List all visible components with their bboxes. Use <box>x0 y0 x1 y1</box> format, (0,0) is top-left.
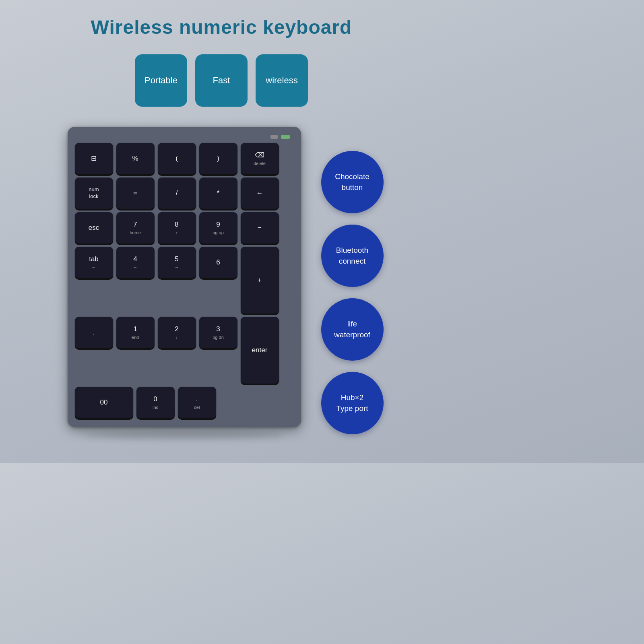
feature-badges-container: Portable Fast wireless <box>135 54 308 107</box>
feature-hub: Hub×2Type port <box>321 372 384 434</box>
key-numlock[interactable]: numlock <box>75 178 113 209</box>
key-comma[interactable]: , <box>75 317 113 348</box>
key-row-4: tab ← 4 ← 5 → 6 + <box>75 247 294 314</box>
key-9[interactable]: 9 pg up <box>199 212 237 244</box>
key-8[interactable]: 8 ↑ <box>158 212 196 244</box>
key-enter[interactable]: enter <box>241 317 279 384</box>
key-divide[interactable]: / <box>158 178 196 209</box>
keyboard-indicators <box>75 135 294 139</box>
key-00[interactable]: 00 <box>75 387 133 418</box>
badge-fast: Fast <box>195 54 248 107</box>
key-close-paren[interactable]: ) <box>199 143 237 174</box>
key-6[interactable]: 6 <box>199 247 237 278</box>
key-plus[interactable]: + <box>241 247 279 314</box>
indicator-battery <box>281 135 290 139</box>
key-2[interactable]: 2 ↓ <box>158 317 196 348</box>
key-dot[interactable]: . del <box>178 387 216 418</box>
key-multiply[interactable]: * <box>199 178 237 209</box>
features-right: Chocolatebutton Bluetoothconnect lifewat… <box>321 127 384 434</box>
keyboard-shadow <box>84 431 285 439</box>
keyboard-rows: ⊟ % ( ) ⌫ delete <box>75 143 294 418</box>
key-4[interactable]: 4 ← <box>116 247 155 278</box>
feature-bluetooth: Bluetoothconnect <box>321 225 384 287</box>
badge-wireless: wireless <box>256 54 308 107</box>
indicator-light-1 <box>270 135 278 139</box>
feature-waterproof: lifewaterproof <box>321 298 384 361</box>
key-row-6: 00 0 ins . del <box>75 387 294 418</box>
key-tab[interactable]: tab ← <box>75 247 113 278</box>
key-row-1: ⊟ % ( ) ⌫ delete <box>75 143 294 174</box>
key-esc[interactable]: esc <box>75 212 113 244</box>
key-3[interactable]: 3 pg dn <box>199 317 237 348</box>
main-content: ⊟ % ( ) ⌫ delete <box>8 127 435 439</box>
key-5[interactable]: 5 → <box>158 247 196 278</box>
key-minus[interactable]: − <box>241 212 279 244</box>
key-row-5: , 1 end 2 ↓ 3 pg dn enter <box>75 317 294 384</box>
page-title: Wireless numeric keyboard <box>91 16 352 38</box>
key-equals[interactable]: = <box>116 178 155 209</box>
key-0[interactable]: 0 ins <box>136 387 175 418</box>
key-backspace[interactable]: ← <box>241 178 279 209</box>
key-open-paren[interactable]: ( <box>158 143 196 174</box>
key-table[interactable]: ⊟ <box>75 143 113 174</box>
keyboard: ⊟ % ( ) ⌫ delete <box>68 127 301 427</box>
badge-portable: Portable <box>135 54 187 107</box>
key-row-3: esc 7 home 8 ↑ 9 pg up − <box>75 212 294 244</box>
key-7[interactable]: 7 home <box>116 212 155 244</box>
key-delete[interactable]: ⌫ delete <box>241 143 279 174</box>
keyboard-area: ⊟ % ( ) ⌫ delete <box>60 127 309 439</box>
key-1[interactable]: 1 end <box>116 317 155 348</box>
key-row-2: numlock = / * ← <box>75 178 294 209</box>
key-percent[interactable]: % <box>116 143 155 174</box>
feature-chocolate: Chocolatebutton <box>321 151 384 213</box>
